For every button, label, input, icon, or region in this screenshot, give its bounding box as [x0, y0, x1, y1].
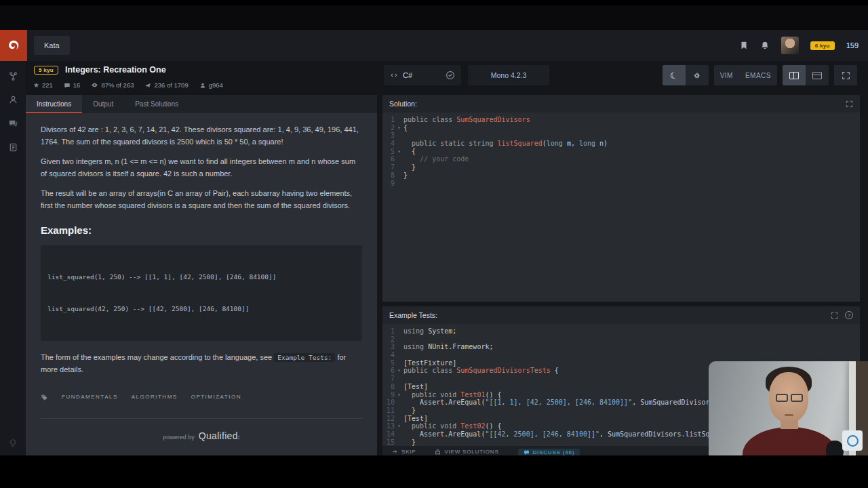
note-paragraph: The form of the examples may change acco… — [41, 352, 362, 375]
code-line[interactable]: 3 — [382, 131, 860, 140]
line-number: 1 — [382, 116, 395, 124]
solution-title: Solution: — [389, 100, 417, 108]
gear-icon — [692, 71, 701, 80]
code-text: using System; — [403, 327, 860, 336]
line-number: 3 — [382, 343, 395, 351]
dark-theme-button[interactable]: ☾ — [663, 65, 686, 85]
tab-instructions[interactable]: Instructions — [26, 95, 82, 113]
code-line[interactable]: 7 } — [382, 163, 860, 171]
selected-language: C# — [403, 71, 412, 79]
code-line[interactable]: 5▾ { — [382, 148, 860, 156]
layout-columns-button[interactable] — [783, 65, 806, 85]
moon-icon: ☾ — [669, 69, 679, 81]
fold-arrow-icon[interactable]: ▾ — [395, 148, 403, 156]
emacs-mode-button[interactable]: EMACS — [739, 65, 777, 85]
branches-icon[interactable] — [7, 70, 18, 81]
top-nav-right: 6 kyu 159 — [739, 37, 868, 54]
line-number: 5 — [382, 148, 395, 156]
user-group-icon[interactable] — [7, 94, 18, 105]
stat-author[interactable]: g964 — [199, 81, 223, 89]
top-strip — [0, 5, 868, 30]
example-code-line: list_squared(42, 250) --> [[42, 2500], [… — [47, 304, 355, 314]
help-icon[interactable]: ? — [845, 311, 853, 319]
fold-spacer — [395, 430, 403, 439]
settings-button[interactable] — [686, 65, 709, 85]
chat-icon[interactable] — [7, 118, 18, 129]
nav-tab-kata[interactable]: Kata — [34, 36, 70, 55]
code-line[interactable]: 9 — [382, 180, 860, 188]
editor-toolbar: ☾ VIM EMACS — [663, 65, 857, 85]
check-circle-icon — [446, 70, 455, 80]
code-line[interactable]: 1public class SumSquaredDivisors — [382, 116, 860, 124]
expand-panel-icon[interactable] — [831, 312, 838, 319]
tag-label[interactable]: ALGORITHMS — [132, 393, 178, 402]
avatar[interactable] — [781, 37, 799, 54]
kata-header: 5 kyu Integers: Recreation One — [34, 65, 166, 75]
line-number: 15 — [382, 439, 395, 447]
fold-spacer — [395, 407, 403, 415]
fold-arrow-icon[interactable]: ▾ — [395, 391, 403, 399]
arrow-right-icon — [392, 449, 398, 455]
skip-button[interactable]: SKIP — [392, 449, 416, 455]
expand-icon — [842, 71, 850, 80]
code-line[interactable]: 4 — [382, 351, 860, 359]
tab-past-solutions[interactable]: Past Solutions — [124, 95, 189, 113]
vim-mode-button[interactable]: VIM — [714, 65, 739, 85]
bell-icon[interactable] — [760, 41, 770, 50]
user-rank-badge: 6 kyu — [810, 41, 835, 50]
user-icon — [199, 82, 206, 89]
solution-editor[interactable]: 1public class SumSquaredDivisors2▾{34 pu… — [382, 113, 860, 302]
honor-points: 159 — [846, 41, 859, 49]
solution-panel: Solution: 1public class SumSquaredDiviso… — [382, 95, 860, 302]
line-number: 9 — [382, 180, 395, 188]
line-number: 4 — [382, 140, 395, 148]
code-line[interactable]: 4 public static string listSquared(long … — [382, 140, 860, 148]
solution-panel-header: Solution: — [382, 95, 860, 113]
fold-spacer — [395, 327, 403, 336]
fold-spacer — [395, 155, 403, 163]
code-line[interactable]: 1using System; — [382, 327, 860, 336]
codewars-logo[interactable] — [0, 30, 27, 61]
code-line[interactable]: 6 // your code — [382, 155, 860, 163]
fold-arrow-icon[interactable]: ▾ — [395, 367, 403, 375]
fold-spacer — [395, 359, 403, 367]
stat-satisfaction: 87% of 263 — [91, 81, 134, 89]
lightbulb-icon[interactable] — [7, 438, 18, 449]
expand-panel-icon[interactable] — [846, 100, 853, 108]
language-select[interactable]: C# — [384, 65, 461, 85]
code-text — [403, 131, 860, 140]
tag-label[interactable]: FUNDAMENTALS — [62, 393, 118, 402]
line-number: 14 — [382, 430, 395, 439]
fullscreen-button[interactable] — [834, 65, 857, 85]
person-mouth — [785, 414, 793, 416]
fold-arrow-icon[interactable]: ▾ — [395, 124, 403, 132]
stat-completed: 236 of 1709 — [144, 81, 188, 89]
code-text — [403, 351, 860, 359]
tag-label[interactable]: OPTIMIZATION — [191, 393, 241, 402]
columns-layout-icon — [789, 72, 799, 79]
view-solutions-button[interactable]: VIEW SOLUTIONS — [435, 449, 498, 455]
stat-comments: 16 — [64, 81, 81, 89]
tab-output[interactable]: Output — [82, 95, 124, 113]
person-glasses — [773, 394, 806, 403]
code-line[interactable]: 2 — [382, 336, 860, 344]
qualified-logo[interactable]: Qualified — [199, 430, 238, 441]
code-line[interactable]: 8} — [382, 171, 860, 180]
line-number: 1 — [382, 327, 395, 336]
bookmark-icon[interactable] — [739, 41, 749, 50]
code-text: } — [403, 163, 860, 171]
paragraph: The result will be an array of arrays(in… — [41, 188, 362, 211]
fold-spacer — [395, 131, 403, 140]
tags-row: FUNDAMENTALS ALGORITHMS OPTIMIZATION — [41, 393, 362, 402]
code-line[interactable]: 2▾{ — [382, 124, 860, 132]
line-number: 8 — [382, 383, 395, 391]
fold-arrow-icon[interactable]: ▾ — [395, 422, 403, 430]
divider — [41, 418, 362, 419]
line-number: 10 — [382, 399, 395, 407]
example-code-block: list_squared(1, 250) --> [[1, 1], [42, 2… — [41, 245, 362, 341]
code-line[interactable]: 3using NUnit.Framework; — [382, 343, 860, 351]
fold-spacer — [395, 399, 403, 407]
document-icon[interactable] — [7, 142, 18, 152]
layout-rows-button[interactable] — [806, 65, 829, 85]
discuss-button[interactable]: DISCUSS (46) — [518, 449, 580, 455]
